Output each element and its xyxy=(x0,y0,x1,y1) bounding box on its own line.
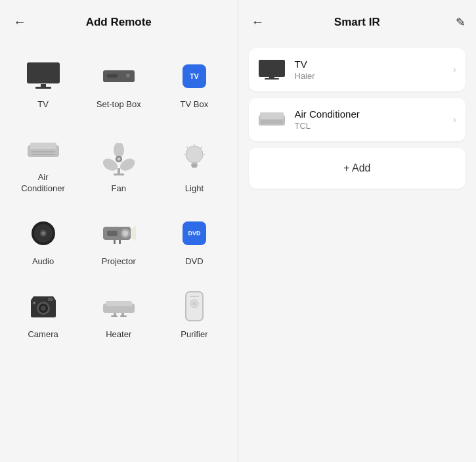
svg-rect-0 xyxy=(27,62,60,83)
audio-icon xyxy=(30,220,56,246)
camera-label: Camera xyxy=(28,329,58,340)
right-back-button[interactable]: ← xyxy=(249,12,267,32)
ac-icon-wrap xyxy=(24,133,63,166)
tv-thumbnail xyxy=(258,59,286,80)
left-panel-title: Add Remote xyxy=(86,16,152,29)
fan-icon-wrap xyxy=(99,144,139,177)
grid-item-audio[interactable]: Audio xyxy=(5,205,81,278)
device-grid: TV Set-top Box TV TV Box xyxy=(0,41,238,357)
svg-point-5 xyxy=(126,74,130,78)
svg-point-41 xyxy=(33,302,35,304)
svg-rect-49 xyxy=(190,296,199,297)
dvd-label: DVD xyxy=(185,256,203,267)
ac-label: AirConditioner xyxy=(21,172,65,195)
svg-marker-36 xyxy=(131,225,136,241)
grid-item-light[interactable]: Light xyxy=(156,121,232,205)
device-list: TV Haier › Air Conditioner TCL › xyxy=(238,41,477,195)
add-remote-panel: ← Add Remote TV Set- xyxy=(0,0,238,462)
device-card-ac[interactable]: Air Conditioner TCL › xyxy=(249,98,466,141)
audio-label: Audio xyxy=(32,256,54,267)
fan-icon xyxy=(103,143,135,177)
tvbox-icon-wrap: TV xyxy=(175,60,214,93)
tv-chevron-icon: › xyxy=(453,64,456,76)
left-back-button[interactable]: ← xyxy=(11,12,29,32)
svg-rect-7 xyxy=(30,143,56,149)
projector-icon xyxy=(102,221,136,245)
tv-label: TV xyxy=(37,99,49,110)
grid-item-tvbox[interactable]: TV TV Box xyxy=(156,48,232,121)
tv-icon-wrap xyxy=(24,60,63,93)
grid-item-stb[interactable]: Set-top Box xyxy=(81,48,156,121)
svg-rect-43 xyxy=(106,301,132,306)
projector-label: Projector xyxy=(102,256,136,267)
grid-item-dvd[interactable]: DVD DVD xyxy=(156,205,232,278)
dvd-icon-wrap: DVD xyxy=(175,217,214,250)
tv-device-info: TV Haier xyxy=(258,58,315,81)
add-label: + Add xyxy=(343,162,370,174)
projector-icon-wrap xyxy=(99,217,139,250)
grid-item-projector[interactable]: Projector xyxy=(81,205,156,278)
svg-point-32 xyxy=(123,231,128,236)
ac-thumbnail xyxy=(258,110,286,129)
svg-rect-33 xyxy=(107,231,118,236)
ac-device-brand: TCL xyxy=(295,121,360,131)
smart-ir-panel: ← Smart IR ✎ TV Haier › xyxy=(238,0,477,462)
tv-device-brand: Haier xyxy=(295,71,315,81)
grid-item-camera[interactable]: Camera xyxy=(5,278,81,351)
grid-item-ac[interactable]: AirConditioner xyxy=(5,121,81,205)
svg-rect-4 xyxy=(107,74,118,78)
edit-button[interactable]: ✎ xyxy=(456,15,465,30)
right-header: ← Smart IR ✎ xyxy=(238,0,477,41)
light-icon xyxy=(184,144,205,177)
grid-item-fan[interactable]: Fan xyxy=(81,121,156,205)
purifier-label: Purifier xyxy=(181,329,207,340)
ac-device-name: Air Conditioner xyxy=(295,108,360,120)
tv-icon xyxy=(26,62,60,91)
svg-rect-16 xyxy=(114,173,124,175)
right-panel-title: Smart IR xyxy=(334,16,380,29)
svg-rect-52 xyxy=(259,60,285,77)
ac-device-info: Air Conditioner TCL xyxy=(258,108,360,131)
ac-icon xyxy=(26,137,60,161)
svg-point-29 xyxy=(42,232,45,235)
svg-rect-19 xyxy=(191,164,198,166)
audio-icon-wrap xyxy=(24,217,63,250)
stb-icon xyxy=(102,69,136,83)
tv-device-text: TV Haier xyxy=(295,58,315,81)
grid-item-heater[interactable]: Heater xyxy=(81,278,156,351)
grid-item-tv[interactable]: TV xyxy=(5,48,81,121)
add-device-card[interactable]: + Add xyxy=(249,148,466,189)
svg-line-22 xyxy=(200,147,202,149)
light-icon-wrap xyxy=(175,144,214,177)
stb-icon-wrap xyxy=(99,60,139,93)
svg-point-51 xyxy=(192,302,196,306)
fan-label: Fan xyxy=(112,183,126,195)
left-header: ← Add Remote xyxy=(0,0,238,41)
svg-rect-35 xyxy=(119,240,121,244)
tvbox-icon: TV xyxy=(183,64,206,88)
grid-item-purifier[interactable]: Purifier xyxy=(156,278,232,351)
svg-rect-1 xyxy=(41,84,46,87)
purifier-icon-wrap xyxy=(175,290,214,323)
svg-rect-47 xyxy=(120,315,127,317)
svg-point-14 xyxy=(117,157,120,160)
svg-rect-56 xyxy=(260,112,284,119)
device-card-tv[interactable]: TV Haier › xyxy=(249,48,466,91)
svg-rect-20 xyxy=(192,166,197,168)
svg-rect-34 xyxy=(114,240,116,244)
heater-label: Heater xyxy=(106,329,131,340)
ac-device-text: Air Conditioner TCL xyxy=(295,108,360,131)
svg-rect-2 xyxy=(35,87,51,89)
ac-chevron-icon: › xyxy=(453,114,456,126)
tv-device-name: TV xyxy=(295,58,315,70)
camera-icon xyxy=(28,294,58,319)
svg-rect-54 xyxy=(265,78,279,80)
tvbox-label: TV Box xyxy=(181,99,209,110)
heater-icon-wrap xyxy=(99,290,139,323)
camera-icon-wrap xyxy=(24,290,63,323)
purifier-icon xyxy=(184,290,204,322)
svg-point-10 xyxy=(114,143,124,158)
svg-rect-40 xyxy=(48,298,53,301)
stb-label: Set-top Box xyxy=(97,99,141,110)
light-label: Light xyxy=(185,183,204,195)
